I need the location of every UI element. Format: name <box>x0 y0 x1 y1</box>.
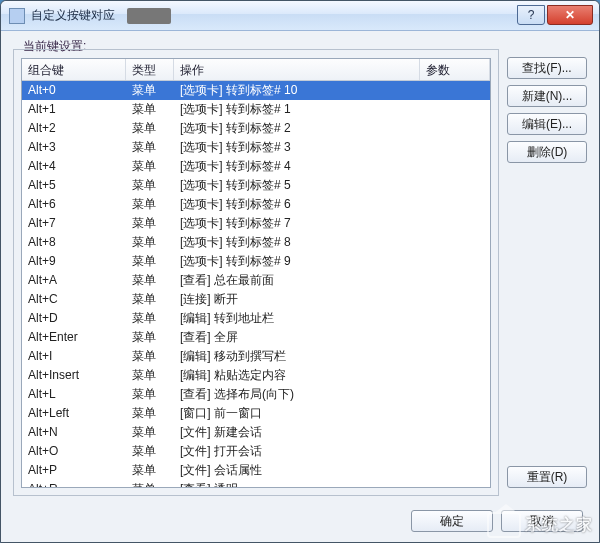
cell-key: Alt+8 <box>22 233 126 252</box>
cell-param <box>420 138 490 157</box>
cell-type: 菜单 <box>126 100 174 119</box>
cell-key: Alt+P <box>22 461 126 480</box>
cell-op: [选项卡] 转到标签# 4 <box>174 157 420 176</box>
cell-op: [选项卡] 转到标签# 10 <box>174 81 420 100</box>
cell-type: 菜单 <box>126 385 174 404</box>
cell-type: 菜单 <box>126 309 174 328</box>
table-row[interactable]: Alt+1菜单[选项卡] 转到标签# 1 <box>22 100 490 119</box>
table-row[interactable]: Alt+I菜单[编辑] 移动到撰写栏 <box>22 347 490 366</box>
cell-param <box>420 461 490 480</box>
table-row[interactable]: Alt+5菜单[选项卡] 转到标签# 5 <box>22 176 490 195</box>
table-row[interactable]: Alt+C菜单[连接] 断开 <box>22 290 490 309</box>
cell-key: Alt+C <box>22 290 126 309</box>
cell-key: Alt+Enter <box>22 328 126 347</box>
table-row[interactable]: Alt+N菜单[文件] 新建会话 <box>22 423 490 442</box>
cell-param <box>420 271 490 290</box>
dialog-button-bar: 确定 取消 <box>1 500 599 542</box>
table-row[interactable]: Alt+3菜单[选项卡] 转到标签# 3 <box>22 138 490 157</box>
cell-param <box>420 385 490 404</box>
cell-param <box>420 442 490 461</box>
cell-op: [选项卡] 转到标签# 7 <box>174 214 420 233</box>
cell-op: [查看] 选择布局(向下) <box>174 385 420 404</box>
cell-key: Alt+6 <box>22 195 126 214</box>
cell-op: [选项卡] 转到标签# 3 <box>174 138 420 157</box>
col-header-type[interactable]: 类型 <box>126 59 174 80</box>
cell-key: Alt+R <box>22 480 126 487</box>
cell-type: 菜单 <box>126 423 174 442</box>
table-row[interactable]: Alt+Insert菜单[编辑] 粘贴选定内容 <box>22 366 490 385</box>
cell-type: 菜单 <box>126 271 174 290</box>
listview-body[interactable]: Alt+0菜单[选项卡] 转到标签# 10Alt+1菜单[选项卡] 转到标签# … <box>22 81 490 487</box>
table-row[interactable]: Alt+Left菜单[窗口] 前一窗口 <box>22 404 490 423</box>
cell-param <box>420 366 490 385</box>
cell-op: [查看] 全屏 <box>174 328 420 347</box>
cell-key: Alt+L <box>22 385 126 404</box>
table-row[interactable]: Alt+4菜单[选项卡] 转到标签# 4 <box>22 157 490 176</box>
table-row[interactable]: Alt+R菜单[查看] 透明 <box>22 480 490 487</box>
cancel-button[interactable]: 取消 <box>501 510 583 532</box>
cell-op: [编辑] 粘贴选定内容 <box>174 366 420 385</box>
help-button[interactable]: ? <box>517 5 545 25</box>
table-row[interactable]: Alt+L菜单[查看] 选择布局(向下) <box>22 385 490 404</box>
delete-button[interactable]: 删除(D) <box>507 141 587 163</box>
cell-type: 菜单 <box>126 328 174 347</box>
table-row[interactable]: Alt+D菜单[编辑] 转到地址栏 <box>22 309 490 328</box>
table-row[interactable]: Alt+8菜单[选项卡] 转到标签# 8 <box>22 233 490 252</box>
table-row[interactable]: Alt+2菜单[选项卡] 转到标签# 2 <box>22 119 490 138</box>
find-button[interactable]: 查找(F)... <box>507 57 587 79</box>
cell-op: [查看] 总在最前面 <box>174 271 420 290</box>
cell-param <box>420 252 490 271</box>
edit-button[interactable]: 编辑(E)... <box>507 113 587 135</box>
table-row[interactable]: Alt+9菜单[选项卡] 转到标签# 9 <box>22 252 490 271</box>
cell-op: [文件] 新建会话 <box>174 423 420 442</box>
cell-type: 菜单 <box>126 442 174 461</box>
cell-key: Alt+4 <box>22 157 126 176</box>
cell-op: [选项卡] 转到标签# 1 <box>174 100 420 119</box>
cell-param <box>420 157 490 176</box>
cell-param <box>420 81 490 100</box>
cell-op: [编辑] 移动到撰写栏 <box>174 347 420 366</box>
cell-param <box>420 119 490 138</box>
app-icon <box>9 8 25 24</box>
key-bindings-listview[interactable]: 组合键 类型 操作 参数 Alt+0菜单[选项卡] 转到标签# 10Alt+1菜… <box>21 58 491 488</box>
cell-op: [编辑] 转到地址栏 <box>174 309 420 328</box>
cell-param <box>420 290 490 309</box>
col-header-op[interactable]: 操作 <box>174 59 420 80</box>
cell-param <box>420 214 490 233</box>
cell-op: [选项卡] 转到标签# 9 <box>174 252 420 271</box>
cell-op: [连接] 断开 <box>174 290 420 309</box>
side-buttons: 查找(F)... 新建(N)... 编辑(E)... 删除(D) <box>507 57 587 163</box>
reset-button[interactable]: 重置(R) <box>507 466 587 488</box>
cell-type: 菜单 <box>126 157 174 176</box>
cell-key: Alt+D <box>22 309 126 328</box>
col-header-key[interactable]: 组合键 <box>22 59 126 80</box>
cell-op: [文件] 会话属性 <box>174 461 420 480</box>
client-area: 当前键设置: 组合键 类型 操作 参数 Alt+0菜单[选项卡] 转到标签# 1… <box>1 31 599 542</box>
table-row[interactable]: Alt+6菜单[选项卡] 转到标签# 6 <box>22 195 490 214</box>
ok-button[interactable]: 确定 <box>411 510 493 532</box>
col-header-param[interactable]: 参数 <box>420 59 490 80</box>
cell-type: 菜单 <box>126 214 174 233</box>
cell-key: Alt+O <box>22 442 126 461</box>
cell-type: 菜单 <box>126 347 174 366</box>
cell-type: 菜单 <box>126 195 174 214</box>
cell-param <box>420 100 490 119</box>
cell-param <box>420 328 490 347</box>
title-bar[interactable]: 自定义按键对应 ? ✕ <box>1 1 599 31</box>
table-row[interactable]: Alt+A菜单[查看] 总在最前面 <box>22 271 490 290</box>
table-row[interactable]: Alt+7菜单[选项卡] 转到标签# 7 <box>22 214 490 233</box>
cell-param <box>420 195 490 214</box>
table-row[interactable]: Alt+0菜单[选项卡] 转到标签# 10 <box>22 81 490 100</box>
listview-header[interactable]: 组合键 类型 操作 参数 <box>22 59 490 81</box>
cell-type: 菜单 <box>126 119 174 138</box>
new-button[interactable]: 新建(N)... <box>507 85 587 107</box>
dialog-window: 自定义按键对应 ? ✕ 当前键设置: 组合键 类型 操作 参数 Alt+0菜单[… <box>0 0 600 543</box>
close-button[interactable]: ✕ <box>547 5 593 25</box>
cell-param <box>420 480 490 487</box>
table-row[interactable]: Alt+Enter菜单[查看] 全屏 <box>22 328 490 347</box>
table-row[interactable]: Alt+P菜单[文件] 会话属性 <box>22 461 490 480</box>
cell-key: Alt+I <box>22 347 126 366</box>
cell-type: 菜单 <box>126 176 174 195</box>
table-row[interactable]: Alt+O菜单[文件] 打开会话 <box>22 442 490 461</box>
cell-key: Alt+0 <box>22 81 126 100</box>
